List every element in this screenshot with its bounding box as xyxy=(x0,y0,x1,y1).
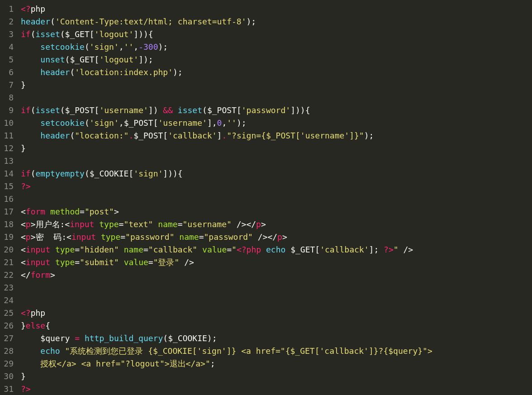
code-token: ( xyxy=(31,105,36,115)
code-line[interactable]: if(isset($_GET['logout'])){ xyxy=(21,28,532,41)
code-line[interactable]: unset($_GET['logout']); xyxy=(21,53,532,66)
code-line[interactable] xyxy=(21,155,532,167)
code-token xyxy=(45,207,50,216)
line-number: 19 xyxy=(3,231,14,243)
code-token: -300 xyxy=(138,42,158,52)
code-token: setcookie xyxy=(40,118,85,128)
code-line[interactable]: <form method="post"> xyxy=(21,205,532,218)
code-token: ( xyxy=(70,131,75,140)
code-line[interactable]: if(emptyempty($_COOKIE['sign'])){ xyxy=(21,167,532,180)
code-token: setcookie xyxy=(40,42,85,52)
code-token: name xyxy=(124,245,143,254)
code-line[interactable]: if(isset($_POST['username']) && isset($_… xyxy=(21,104,532,117)
code-token: $_POST xyxy=(133,131,163,140)
code-line[interactable]: <?php xyxy=(21,3,532,15)
code-line[interactable] xyxy=(21,281,532,294)
code-line[interactable] xyxy=(21,91,532,104)
line-number: 8 xyxy=(3,91,14,104)
code-line[interactable]: </form> xyxy=(21,269,532,281)
code-token: "submit" xyxy=(80,257,119,267)
code-token xyxy=(60,346,65,356)
code-token: [ xyxy=(95,105,100,115)
line-number: 5 xyxy=(3,53,14,66)
code-line[interactable]: header("location:".$_POST['callback']."?… xyxy=(21,129,532,142)
code-token: = xyxy=(199,232,204,242)
code-line[interactable]: <input type="submit" value="登录" /> xyxy=(21,256,532,269)
code-line[interactable]: $query = http_build_query($_COOKIE); xyxy=(21,332,532,345)
code-token: ( xyxy=(85,169,90,178)
code-token: = xyxy=(75,257,80,267)
line-number-gutter: 1234567891011121314151617181920212223242… xyxy=(0,0,17,395)
code-line[interactable]: }else{ xyxy=(21,319,532,332)
code-line[interactable]: } xyxy=(21,142,532,155)
code-token xyxy=(21,55,40,64)
code-token: $_POST xyxy=(65,105,95,115)
code-line[interactable]: setcookie('sign','',-300); xyxy=(21,41,532,53)
line-number: 30 xyxy=(3,370,14,383)
code-token: [ xyxy=(237,105,242,115)
code-line[interactable] xyxy=(21,294,532,307)
code-line[interactable]: <input type="hidden" name="callback" val… xyxy=(21,243,532,256)
code-token: < xyxy=(21,207,26,216)
code-line[interactable]: header('location:index.php'); xyxy=(21,66,532,79)
code-token: ])){ xyxy=(290,105,310,115)
code-token: " xyxy=(232,245,237,254)
code-token: type xyxy=(55,245,75,254)
code-token: ]); xyxy=(138,55,153,64)
line-number: 9 xyxy=(3,104,14,117)
code-token: [ xyxy=(163,131,168,140)
line-number: 29 xyxy=(3,357,14,370)
code-token: ], xyxy=(207,118,217,128)
code-token: input xyxy=(26,245,50,254)
code-line[interactable]: } xyxy=(21,79,532,91)
code-token: ])){ xyxy=(133,29,153,39)
code-token: isset xyxy=(178,105,202,115)
code-line[interactable]: 授权</a> <a href="?logout">退出</a>"; xyxy=(21,357,532,370)
code-line[interactable]: <p>用户名:<input type="text" name="username… xyxy=(21,218,532,231)
code-token: ); xyxy=(247,17,256,26)
code-token: /></ xyxy=(232,219,256,229)
code-token: $_GET[ xyxy=(285,245,320,254)
line-number: 12 xyxy=(3,142,14,155)
code-token: unset xyxy=(40,55,65,64)
code-token: ?> xyxy=(21,181,31,191)
code-token: <? xyxy=(21,4,31,14)
code-token: "password" xyxy=(204,232,253,242)
code-area[interactable]: <?phpheader('Content-Type:text/html; cha… xyxy=(17,0,532,395)
code-token: > xyxy=(282,232,287,242)
code-token: ?> xyxy=(21,384,31,394)
code-token: { xyxy=(45,321,50,330)
code-token: = xyxy=(75,245,80,254)
code-token: type xyxy=(99,219,119,229)
code-token: 'callback' xyxy=(168,131,217,140)
line-number: 14 xyxy=(3,167,14,180)
code-line[interactable]: } xyxy=(21,370,532,383)
code-token xyxy=(50,257,55,267)
code-token: ); xyxy=(364,131,374,140)
code-line[interactable]: ?> xyxy=(21,180,532,193)
code-token: 'logout' xyxy=(95,29,134,39)
code-token xyxy=(174,232,179,242)
code-token: type xyxy=(101,232,120,242)
code-token: } xyxy=(21,143,26,153)
code-token: [ xyxy=(95,55,100,64)
code-token: $_GET xyxy=(65,29,90,39)
code-token: > xyxy=(114,207,119,216)
code-token xyxy=(80,333,85,343)
code-line[interactable]: <?php xyxy=(21,307,532,319)
code-line[interactable]: <p>密 码:<input type="password" name="pass… xyxy=(21,231,532,243)
code-line[interactable]: echo "系统检测到您已登录 {$_COOKIE['sign']} <a hr… xyxy=(21,345,532,357)
code-line[interactable]: ?> xyxy=(21,383,532,395)
code-token: . xyxy=(222,131,227,140)
code-token: ( xyxy=(85,42,90,52)
code-token: ); xyxy=(158,42,168,52)
code-token xyxy=(94,219,99,229)
code-token: p xyxy=(277,232,282,242)
code-line[interactable] xyxy=(21,193,532,205)
code-token: ] xyxy=(217,131,222,140)
code-token: = xyxy=(227,245,232,254)
code-token: = xyxy=(178,219,183,229)
code-token: } xyxy=(21,80,26,90)
code-line[interactable]: setcookie('sign',$_POST['username'],0,''… xyxy=(21,117,532,129)
code-line[interactable]: header('Content-Type:text/html; charset=… xyxy=(21,15,532,28)
